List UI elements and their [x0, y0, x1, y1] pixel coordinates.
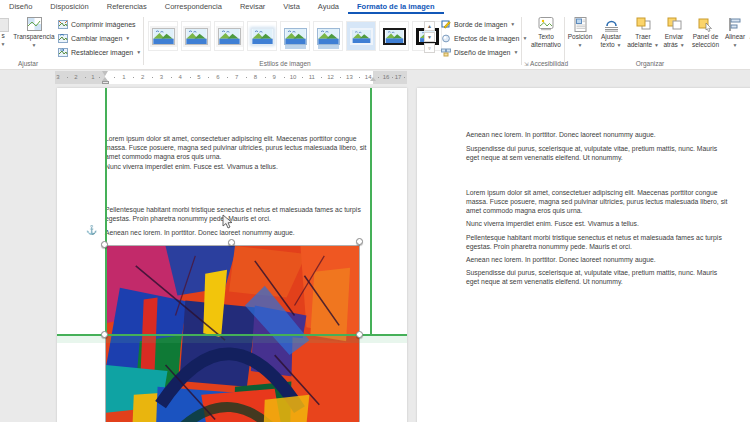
- reset-picture-icon: [58, 48, 68, 57]
- tab-revisar[interactable]: Revisar: [231, 0, 274, 14]
- bring-forward-button[interactable]: Traer adelante ▼: [627, 17, 659, 49]
- tab-vista[interactable]: Vista: [274, 0, 309, 14]
- align-icon: [728, 17, 742, 32]
- ruler-tick: [340, 77, 341, 78]
- picture-style-thumbnail-1[interactable]: [148, 21, 178, 51]
- alt-text-button[interactable]: Texto alternativo: [527, 17, 565, 48]
- picture-effects-button[interactable]: Efectos de la imagen ▼: [441, 32, 527, 44]
- ruler-tick: [133, 77, 134, 78]
- tab-referencias[interactable]: Referencias: [98, 0, 156, 14]
- transparency-icon: [27, 17, 42, 31]
- ribbon-tab-bar: Diseño Disposición Referencias Correspon…: [0, 0, 750, 14]
- paragraph[interactable]: Pellentesque habitant morbi tristique se…: [466, 234, 728, 252]
- picture-styles-gallery: [148, 21, 442, 55]
- picture-style-thumbnail-2[interactable]: [181, 21, 211, 51]
- reset-picture-button[interactable]: Restablecer imagen ▼: [58, 46, 141, 58]
- picture-effects-icon: [441, 34, 451, 43]
- paragraph[interactable]: Suspendisse dui purus, scelerisque at, v…: [466, 269, 728, 287]
- gallery-scroll-up-button[interactable]: ▲: [424, 21, 435, 31]
- ruler-tick: [227, 77, 228, 78]
- paragraph[interactable]: Lorem ipsum dolor sit amet, consectetuer…: [105, 135, 373, 162]
- picture-style-thumbnail-6[interactable]: [313, 21, 343, 51]
- landscape-picture-icon: [350, 28, 373, 45]
- ruler-number: 2: [141, 74, 144, 80]
- paragraph[interactable]: Lorem ipsum dolor sit amet, consectetuer…: [466, 189, 728, 216]
- send-backward-button[interactable]: Enviar atrás ▼: [659, 17, 689, 49]
- first-line-indent-marker[interactable]: [102, 71, 108, 76]
- change-picture-button[interactable]: Cambiar imagen ▼: [58, 32, 130, 44]
- paragraph[interactable]: Aenean nec lorem. In porttitor. Donec la…: [105, 229, 373, 238]
- tab-diseno[interactable]: Diseño: [0, 0, 41, 14]
- alignment-guide-glow: [57, 335, 407, 343]
- position-button[interactable]: Posición ▼: [565, 17, 595, 49]
- selection-handle-top-right[interactable]: [356, 238, 363, 245]
- document-canvas[interactable]: Lorem ipsum dolor sit amet, consectetuer…: [0, 84, 750, 422]
- picture-border-button[interactable]: Borde de imagen ▼: [441, 18, 515, 30]
- gallery-scroll-down-button[interactable]: ▼: [424, 32, 435, 42]
- selection-handle-top-center[interactable]: [228, 239, 235, 246]
- picture-border-icon: [441, 20, 451, 29]
- wrap-text-button[interactable]: Ajustar texto ▼: [596, 17, 626, 49]
- transparency-button[interactable]: Transparencia ▼: [14, 17, 54, 49]
- page-1[interactable]: Lorem ipsum dolor sit amet, consectetuer…: [57, 88, 407, 422]
- chevron-down-icon: ▼: [125, 35, 130, 41]
- picture-style-thumbnail-5[interactable]: [280, 21, 310, 51]
- wrap-text-icon: [604, 17, 619, 32]
- ruler-number: 4: [179, 74, 182, 80]
- picture-layout-button[interactable]: Diseño de imagen ▼: [441, 46, 518, 58]
- tab-ayuda[interactable]: Ayuda: [309, 0, 348, 14]
- ruler-tick: [246, 77, 247, 78]
- change-picture-icon: [58, 34, 68, 43]
- group-separator: [521, 17, 522, 65]
- gallery-scroll-controls: ▲ ▼ ▿: [424, 21, 435, 54]
- picture-style-thumbnail-3[interactable]: [214, 21, 244, 51]
- bring-forward-icon: [636, 17, 651, 32]
- paragraph[interactable]: Aenean nec lorem. In porttitor. Donec la…: [466, 131, 728, 140]
- horizontal-alignment-guide: [57, 334, 407, 336]
- landscape-picture-icon: [383, 28, 406, 45]
- ruler-number: 2: [74, 74, 77, 80]
- ruler-tick: [99, 77, 100, 78]
- paragraph[interactable]: Nunc viverra imperdiet enim. Fusce est. …: [466, 220, 728, 229]
- gallery-more-button[interactable]: ▿: [424, 43, 435, 53]
- tab-correspondencia[interactable]: Correspondencia: [156, 0, 231, 14]
- picture-style-thumbnail-8[interactable]: [379, 21, 409, 51]
- compress-pictures-icon: [58, 20, 68, 29]
- compress-pictures-button[interactable]: Comprimir imágenes: [58, 18, 136, 30]
- tab-disposicion[interactable]: Disposición: [41, 0, 97, 14]
- chevron-down-icon: ▼: [733, 42, 738, 50]
- landscape-picture-icon: [251, 28, 274, 45]
- tab-formato-de-la-imagen[interactable]: Formato de la imagen: [348, 0, 444, 14]
- ruler-number: 1: [122, 74, 125, 80]
- position-icon: [574, 17, 587, 32]
- word-window: Diseño Disposición Referencias Correspon…: [0, 0, 750, 422]
- chevron-down-icon: ▼: [1, 41, 6, 49]
- anchor-icon: ⚓: [86, 225, 97, 235]
- artistic-effects-button-partial[interactable]: s ▼: [0, 18, 12, 48]
- paragraph[interactable]: Suspendisse dui purus, scelerisque at, v…: [466, 145, 728, 163]
- horizontal-ruler[interactable]: 32112345678910111213141617: [55, 71, 407, 84]
- ruler-tick: [378, 77, 379, 78]
- ruler-tick: [404, 77, 405, 78]
- selection-handle-middle-left[interactable]: [101, 331, 108, 338]
- page-2[interactable]: Aenean nec lorem. In porttitor. Donec la…: [417, 88, 750, 422]
- picture-style-thumbnail-7[interactable]: [346, 21, 376, 51]
- paragraph[interactable]: Nunc viverra imperdiet enim. Fusce est. …: [105, 163, 373, 172]
- ruler-number: 5: [197, 74, 200, 80]
- selection-handle-top-left[interactable]: [101, 241, 108, 248]
- adjust-group-label: Ajustar: [6, 60, 50, 67]
- arrange-group-label: Organizar: [610, 60, 690, 67]
- selection-handle-middle-right[interactable]: [356, 331, 363, 338]
- picture-style-thumbnail-4[interactable]: [247, 21, 277, 51]
- align-button[interactable]: Alinear ▼: [722, 17, 748, 49]
- right-margin-alignment-guide: [370, 88, 372, 335]
- landscape-picture-icon: [152, 28, 175, 45]
- selection-pane-button[interactable]: Panel de selección: [689, 17, 722, 48]
- ruler-tick: [152, 77, 153, 78]
- ruler-number: 3: [56, 74, 59, 80]
- chevron-down-icon: ▼: [513, 49, 518, 55]
- paragraph[interactable]: Pellentesque habitant morbi tristique se…: [105, 206, 373, 224]
- artistic-effects-icon: [0, 18, 9, 32]
- paragraph[interactable]: Aenean nec lorem. In porttitor. Donec la…: [466, 256, 728, 265]
- ruler-number: 7: [235, 74, 238, 80]
